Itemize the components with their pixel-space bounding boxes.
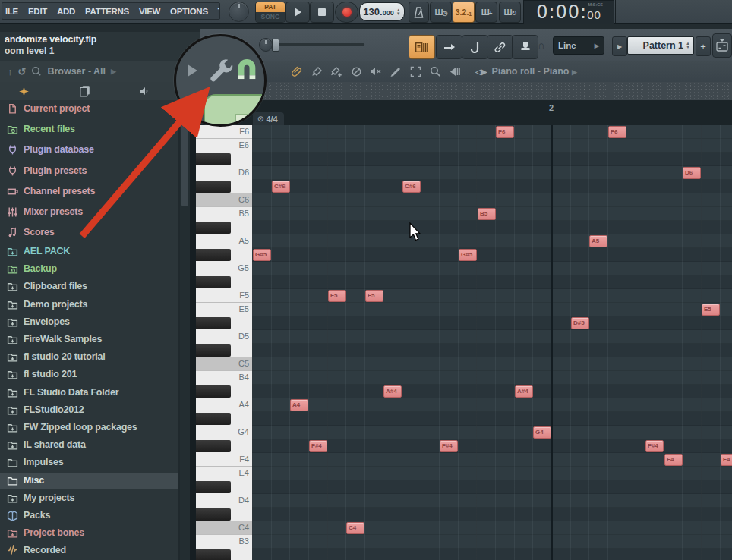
- sidebar-item-demo-projects[interactable]: Demo projects: [0, 297, 178, 313]
- pattern-play-button[interactable]: ▶: [612, 36, 627, 56]
- piano-key-f6[interactable]: F6: [196, 125, 252, 139]
- menu-item-edit[interactable]: EDIT: [28, 7, 47, 16]
- song-mode[interactable]: SONG: [256, 12, 285, 22]
- sidebar-item-ael-pack[interactable]: AEL PACK: [0, 244, 178, 260]
- sidebar-item-plugin-database[interactable]: Plugin database: [0, 142, 178, 159]
- sidebar-item-recorded[interactable]: Recorded: [0, 543, 178, 559]
- wait-for-input-button[interactable]: Ш◷: [430, 2, 452, 23]
- zoom-button[interactable]: [425, 66, 445, 77]
- piano-key-d-4[interactable]: [196, 480, 252, 494]
- sidebar-item-fl-studio-20-tutorial[interactable]: fl studio 20 tutorial: [0, 349, 178, 366]
- sidebar-item-fl-studio-201[interactable]: fl studio 201: [0, 367, 178, 383]
- piano-key-f5[interactable]: F5: [196, 289, 252, 303]
- sidebar-item-il-shared-data[interactable]: IL shared data: [0, 437, 178, 454]
- note-a5-step-18[interactable]: A5: [589, 235, 607, 247]
- countdown-button[interactable]: Ш+: [475, 2, 497, 23]
- main-pitch-slider[interactable]: [275, 43, 364, 46]
- piano-key-d6[interactable]: D6: [196, 166, 252, 180]
- piano-key-a5[interactable]: A5: [196, 234, 252, 248]
- sidebar-item-backup[interactable]: Backup: [0, 261, 178, 278]
- black-key[interactable]: [196, 181, 231, 193]
- piano-key-a-4[interactable]: [196, 385, 252, 398]
- note-a-4-step-14[interactable]: A#4: [515, 385, 533, 398]
- piano-key-g4[interactable]: G4: [196, 426, 252, 439]
- sidebar-item-recent-files[interactable]: Recent files: [0, 121, 178, 138]
- black-key[interactable]: [196, 549, 231, 560]
- sidebar-item-fw-zipped-loop-packages[interactable]: FW Zipped loop packages: [0, 420, 178, 436]
- browser-header-title[interactable]: Browser - All: [47, 66, 106, 77]
- piano-key-d5[interactable]: D5: [196, 330, 252, 344]
- note-c-6-step-8[interactable]: C#6: [402, 181, 421, 193]
- loop-record-button[interactable]: Ш↻: [499, 2, 521, 23]
- note-c-6-step-1[interactable]: C#6: [272, 181, 290, 193]
- note-d-5-step-17[interactable]: D#5: [571, 317, 589, 329]
- typing-keyboard-button[interactable]: [512, 35, 538, 59]
- note-grid[interactable]: G#5C#6A4F#4F5C4F5A#4C#6F#4G#5B5F6A#4G4D#…: [252, 125, 732, 560]
- note-f4-step-22[interactable]: F4: [664, 454, 683, 466]
- sidebar-item-mixer-presets[interactable]: Mixer presets: [0, 204, 178, 221]
- tempo-spinner-icon[interactable]: ▲▼: [396, 8, 401, 16]
- piano-key-c-5[interactable]: [196, 344, 252, 357]
- piano-key-c4[interactable]: C4: [196, 521, 252, 535]
- piano-key-c-4[interactable]: [196, 508, 252, 521]
- record-button[interactable]: [335, 2, 358, 23]
- piano-key-g-5[interactable]: [196, 248, 252, 262]
- sidebar-item-my-projects[interactable]: My projects: [0, 490, 178, 507]
- piano-key-a-5[interactable]: [196, 221, 252, 234]
- piano-key-f4[interactable]: F4: [196, 453, 252, 467]
- note-f6-step-13[interactable]: F6: [496, 126, 514, 138]
- note-f-4-step-21[interactable]: F#4: [645, 440, 664, 452]
- pattern-selector[interactable]: Pattern 1 ▲▼: [627, 36, 694, 55]
- sidebar-item-scores[interactable]: Scores: [0, 225, 178, 241]
- shuffle-knob[interactable]: [259, 38, 273, 52]
- black-key[interactable]: [196, 508, 231, 521]
- note-f5-step-4[interactable]: F5: [328, 290, 346, 302]
- pattern-add-button[interactable]: +: [696, 36, 711, 56]
- horizontal-scrollbar[interactable]: [256, 82, 732, 101]
- play-button[interactable]: [286, 2, 310, 23]
- black-key[interactable]: [196, 385, 231, 398]
- note-g-5-step-0[interactable]: G#5: [253, 249, 271, 261]
- note-f4-step-25[interactable]: F4: [721, 454, 732, 466]
- piano-roll-title[interactable]: ◁▶Piano roll - Piano ▶: [475, 66, 577, 77]
- piano-key-f-4[interactable]: [196, 439, 252, 453]
- paint-button[interactable]: [327, 66, 346, 77]
- black-key[interactable]: [196, 222, 231, 234]
- note-e5-step-24[interactable]: E5: [702, 304, 720, 316]
- sidebar-item-misc[interactable]: Misc: [0, 473, 178, 489]
- sidebar-item-firewalk-samples[interactable]: FireWalk Samples: [0, 332, 178, 348]
- sidebar-item-channel-presets[interactable]: Channel presets: [0, 184, 178, 200]
- menu-item-tools[interactable]: TOOLS: [218, 7, 220, 16]
- black-key[interactable]: [196, 344, 231, 357]
- pat-song-switch[interactable]: PAT SONG: [255, 2, 286, 23]
- piano-key-c5[interactable]: C5: [196, 357, 252, 371]
- sidebar-item-clipboard-files[interactable]: Clipboard files: [0, 278, 178, 295]
- playback-position-display[interactable]: 3.2.1: [453, 2, 475, 23]
- piano-key-c6[interactable]: C6: [196, 193, 252, 207]
- pattern-spinner-icon[interactable]: ▲▼: [686, 42, 690, 49]
- draw-button[interactable]: [307, 66, 327, 77]
- note-g4-step-15[interactable]: G4: [533, 426, 551, 439]
- note-g-5-step-11[interactable]: G#5: [459, 249, 477, 261]
- black-key[interactable]: [196, 440, 231, 452]
- black-key[interactable]: [196, 153, 231, 165]
- piano-key-g-4[interactable]: [196, 412, 252, 426]
- pattern-picker-button[interactable]: [712, 33, 732, 58]
- speaker-icon[interactable]: [140, 86, 152, 96]
- piano-key-e4[interactable]: E4: [196, 467, 252, 480]
- sidebar-item-plugin-presets[interactable]: Plugin presets: [0, 163, 178, 180]
- piano-key-a-3[interactable]: [196, 549, 252, 560]
- sidebar-item-impulses[interactable]: Impulses: [0, 455, 178, 471]
- note-f-4-step-10[interactable]: F#4: [440, 440, 458, 452]
- piano-key-b3[interactable]: B3: [196, 535, 252, 549]
- sidebar-item-fl-studio-data-folder[interactable]: FL Studio Data Folder: [0, 385, 178, 401]
- stop-button[interactable]: [310, 2, 334, 23]
- note-f5-step-6[interactable]: F5: [365, 290, 383, 302]
- browser-scrollbar-thumb[interactable]: [181, 114, 188, 206]
- piano-key-e6[interactable]: E6: [196, 139, 252, 153]
- menu-item-options[interactable]: OPTIONS: [170, 7, 208, 16]
- undo-icon[interactable]: ↺: [18, 66, 27, 77]
- select-button[interactable]: [405, 66, 425, 77]
- piano-key-e5[interactable]: E5: [196, 303, 252, 316]
- typing-link-button[interactable]: [487, 35, 513, 59]
